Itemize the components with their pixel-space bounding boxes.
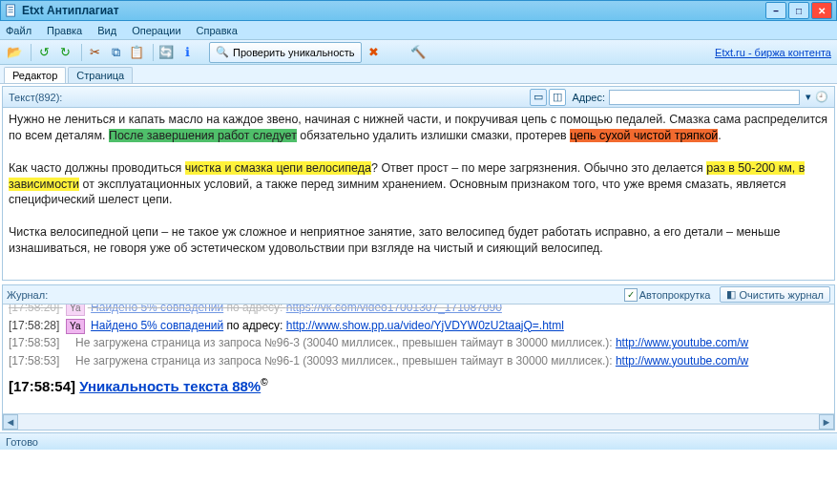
highlight-yellow: чистка и смазка цепи велосипеда	[185, 161, 371, 175]
url-link[interactable]: http://www.youtube.com/w	[616, 336, 748, 349]
separator	[81, 44, 82, 61]
titlebar: Etxt Антиплагиат – □ ✕	[0, 0, 837, 21]
history-icon[interactable]: 🕘	[815, 91, 828, 103]
tool-icon[interactable]: 🔨	[409, 44, 427, 61]
separator	[31, 44, 31, 61]
toolbar: 📂 ↺ ↻ ✂ ⧉ 📋 🔄 ℹ 🔍 Проверить уникальность…	[0, 40, 837, 65]
check-uniqueness-button[interactable]: 🔍 Проверить уникальность	[209, 42, 362, 63]
url-link[interactable]: http://www.show.pp.ua/video/YjVDYW0zU2ta…	[286, 319, 564, 332]
copy-icon[interactable]: ⧉	[107, 44, 124, 61]
editor-header: Текст(892): ▭ ◫ Адрес: ▾ 🕘	[3, 87, 834, 108]
journal-row: [17:58:53] Не загружена страница из запр…	[9, 352, 828, 370]
journal-row: [17:58:20] Ya Найдено 5% совпадений по а…	[9, 304, 828, 317]
cut-icon[interactable]: ✂	[86, 44, 103, 61]
info-icon[interactable]: ℹ	[178, 44, 196, 61]
scroll-left-icon[interactable]: ◄	[3, 414, 18, 430]
engine-badge: Ya	[66, 319, 85, 334]
url-link[interactable]: http://www.youtube.com/w	[616, 354, 748, 368]
menu-help[interactable]: Справка	[197, 25, 238, 36]
journal-header: Журнал: ✓ Автопрокрутка ◧ Очистить журна…	[3, 285, 834, 304]
h-scrollbar[interactable]: ◄ ►	[3, 413, 834, 430]
address-label: Адрес:	[572, 92, 605, 103]
redo-icon[interactable]: ↻	[56, 44, 73, 61]
menu-view[interactable]: Вид	[97, 25, 116, 36]
menu-file[interactable]: Файл	[6, 25, 31, 36]
journal-row: [17:58:53] Не загружена страница из запр…	[9, 334, 828, 352]
uniqueness-link[interactable]: Уникальность текста 88%	[79, 378, 261, 394]
highlight-orange: цепь сухой чистой тряпкой	[570, 129, 718, 142]
check-btn-label: Проверить уникальность	[233, 47, 355, 58]
etxt-link[interactable]: Etxt.ru - биржа контента	[715, 47, 831, 58]
search-icon: 🔍	[216, 46, 229, 58]
scroll-right-icon[interactable]: ►	[819, 414, 834, 430]
status-label: Готово	[6, 436, 38, 448]
undo-icon[interactable]: ↺	[35, 44, 52, 61]
engine-badge: Ya	[66, 304, 85, 316]
separator	[153, 44, 154, 61]
sync-icon[interactable]: 🔄	[157, 44, 175, 61]
minimize-button[interactable]: –	[765, 2, 786, 19]
app-icon	[5, 4, 18, 17]
tab-page[interactable]: Страница	[68, 67, 133, 83]
tabstrip: Редактор Страница	[0, 65, 837, 84]
window-title: Etxt Антиплагиат	[22, 4, 764, 17]
paste-icon[interactable]: 📋	[128, 44, 145, 61]
paragraph: Как часто должны проводиться чистка и см…	[9, 160, 828, 209]
clear-journal-button[interactable]: ◧ Очистить журнал	[720, 286, 830, 303]
journal-title: Журнал:	[7, 289, 624, 301]
clear-journal-label: Очистить журнал	[739, 289, 824, 301]
text-count-label: Текст(892):	[9, 92, 62, 103]
journal-row: [17:58:28] Ya Найдено 5% совпадений по а…	[9, 317, 828, 335]
statusbar: Готово	[0, 432, 837, 450]
paragraph: Нужно не лениться и капать масло на кажд…	[9, 112, 828, 144]
journal-result: [17:58:54] Уникальность текста 88%©	[9, 375, 828, 397]
journal-panel: Журнал: ✓ Автопрокрутка ◧ Очистить журна…	[2, 284, 835, 430]
paragraph: Чистка велосипедной цепи – не такое уж с…	[9, 224, 828, 257]
maximize-button[interactable]: □	[788, 2, 809, 19]
text-view-icon[interactable]: ▭	[530, 89, 547, 106]
autoscroll-label: Автопрокрутка	[639, 289, 711, 301]
close-button[interactable]: ✕	[811, 2, 832, 19]
editor-text[interactable]: Нужно не лениться и капать масло на кажд…	[3, 108, 834, 280]
eraser-icon: ◧	[726, 288, 736, 301]
open-icon[interactable]: 📂	[6, 44, 23, 61]
menu-operations[interactable]: Операции	[132, 25, 180, 36]
match-link[interactable]: Найдено 5% совпадений	[91, 319, 223, 332]
journal-body[interactable]: [17:58:20] Ya Найдено 5% совпадений по а…	[3, 304, 834, 413]
menu-edit[interactable]: Правка	[47, 25, 82, 36]
highlight-green: После завершения работ следует	[109, 129, 297, 142]
address-input[interactable]	[609, 90, 800, 105]
tab-editor[interactable]: Редактор	[4, 67, 66, 83]
menubar: Файл Правка Вид Операции Справка	[0, 21, 837, 40]
stop-icon[interactable]: ✖	[366, 44, 383, 61]
split-view-icon[interactable]: ◫	[549, 89, 566, 106]
dropdown-icon[interactable]: ▾	[806, 91, 811, 103]
svg-rect-0	[7, 5, 15, 16]
editor-panel: Текст(892): ▭ ◫ Адрес: ▾ 🕘 Нужно не лени…	[2, 86, 835, 281]
autoscroll-checkbox[interactable]: ✓	[624, 288, 638, 302]
